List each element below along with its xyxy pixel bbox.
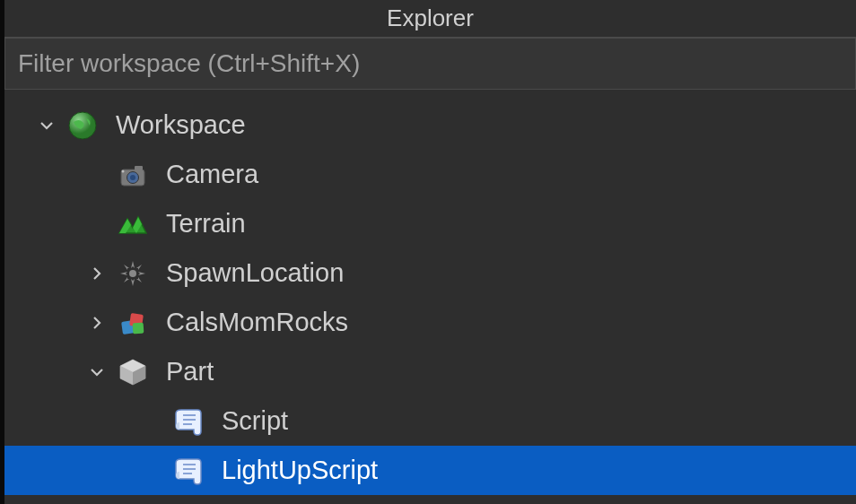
- tree-item-label: SpawnLocation: [166, 258, 344, 288]
- tree-item-calsmomrocks[interactable]: CalsMomRocks: [4, 298, 856, 347]
- chevron-right-icon[interactable]: [83, 309, 110, 336]
- tree-item-label: Camera: [166, 160, 258, 189]
- filter-placeholder: Filter workspace (Ctrl+Shift+X): [18, 49, 360, 78]
- chevron-right-icon[interactable]: [83, 260, 110, 287]
- tree-item-label: CalsMomRocks: [166, 308, 348, 337]
- tree-item-script[interactable]: Script: [4, 396, 856, 446]
- explorer-tree: Workspace Camera Terrain SpawnLocation C…: [4, 90, 856, 495]
- camera-icon: [116, 158, 150, 192]
- terrain-icon: [116, 207, 150, 241]
- tree-item-camera[interactable]: Camera: [4, 150, 856, 199]
- model-icon: [116, 306, 150, 340]
- tree-item-part[interactable]: Part: [4, 347, 856, 396]
- chevron-down-icon[interactable]: [33, 112, 60, 139]
- part-icon: [116, 355, 150, 389]
- filter-input[interactable]: Filter workspace (Ctrl+Shift+X): [4, 38, 856, 90]
- workspace-icon: [66, 109, 100, 143]
- chevron-down-icon[interactable]: [83, 359, 110, 386]
- panel-title: Explorer: [4, 0, 856, 38]
- tree-item-workspace[interactable]: Workspace: [4, 100, 856, 150]
- tree-item-label: Workspace: [116, 110, 246, 140]
- tree-item-label: Part: [166, 357, 214, 387]
- tree-item-terrain[interactable]: Terrain: [4, 199, 856, 248]
- tree-item-lightupscript[interactable]: LightUpScript: [4, 446, 856, 495]
- script-icon: [171, 404, 205, 439]
- tree-item-label: Script: [222, 406, 288, 436]
- tree-item-spawnlocation[interactable]: SpawnLocation: [4, 248, 856, 298]
- tree-item-label: Terrain: [166, 209, 246, 239]
- spawnlocation-icon: [116, 256, 150, 291]
- panel-title-label: Explorer: [387, 4, 474, 32]
- script-icon: [171, 454, 205, 488]
- tree-item-label: LightUpScript: [222, 456, 378, 485]
